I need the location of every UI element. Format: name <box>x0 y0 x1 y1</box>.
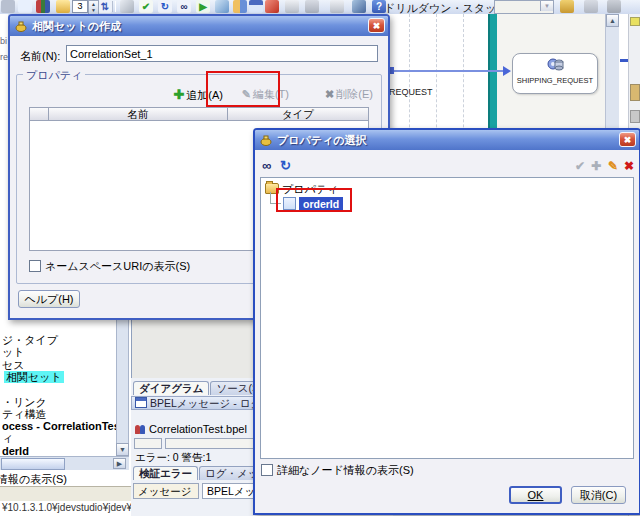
correlation-set-icon <box>15 20 28 32</box>
new-file-icon[interactable] <box>18 0 32 13</box>
globe-icon[interactable] <box>215 0 229 13</box>
palette-item[interactable] <box>630 84 640 101</box>
column-header-type[interactable]: タイプ <box>227 107 369 121</box>
debug-icon[interactable] <box>584 0 598 13</box>
check-icon[interactable]: ✔ <box>139 0 153 13</box>
main-toolbar: ⇅✔↻∞▶? 3 ▲▼ ドリルダウン・スタック: ▼ <box>0 0 640 14</box>
open-folder-icon[interactable] <box>56 0 70 13</box>
window-icon[interactable] <box>249 0 263 13</box>
delete-property-button: ✖削除(E) <box>325 87 373 102</box>
log-window-icon <box>135 397 147 408</box>
ok-button[interactable]: OK <box>509 486 562 504</box>
clipped-checkbox-label[interactable]: 情報の表示(S) <box>0 472 67 487</box>
hidden-node-label: REQUEST <box>389 87 433 97</box>
deploy-icon[interactable] <box>560 0 574 13</box>
status-path: ¥10.1.3.1.0¥jdevstudio¥jdev¥mywork¥Appli… <box>2 502 132 513</box>
spinner-value[interactable]: 3 <box>72 0 88 13</box>
checkbox-icon[interactable] <box>261 464 273 476</box>
make-run-icon[interactable]: ▶ <box>196 0 210 13</box>
structure-tree-item[interactable]: ット <box>2 346 25 358</box>
structure-tree-item[interactable]: セス <box>2 359 25 371</box>
log-file-name: CorrelationTest.bpel <box>149 423 247 435</box>
structure-tree-item[interactable]: ジ・タイプ <box>2 334 58 346</box>
save-all-icon[interactable] <box>305 0 319 13</box>
refresh-icon[interactable]: ↻ <box>158 0 172 13</box>
print-preview-icon[interactable] <box>330 0 344 13</box>
close-icon[interactable]: ✖ <box>368 18 385 33</box>
palette-item[interactable] <box>630 110 640 123</box>
flow-arrowhead-icon <box>503 66 511 76</box>
dialog-titlebar[interactable]: 相関セットの作成 ✖ <box>10 16 388 36</box>
process-icon <box>140 425 145 434</box>
wand-icon: ✔ <box>575 159 585 173</box>
chevron-down-icon[interactable]: ▼ <box>540 1 553 11</box>
history-spinner[interactable]: 3 ▲▼ <box>72 0 96 13</box>
x-icon: ✖ <box>325 88 334 100</box>
shipping-request-node[interactable]: SHIPPING_REQUEST <box>512 53 598 94</box>
cancel-button[interactable]: 取消(C) <box>571 486 626 504</box>
background-panel-sliver: bi re <box>0 14 8 316</box>
checkbox-icon[interactable] <box>29 260 41 272</box>
scroll-up-icon[interactable]: ▲ <box>606 14 619 27</box>
tab-validation-errors[interactable]: 検証エラー <box>133 466 198 480</box>
structure-tree-item[interactable]: ・リンク <box>2 396 47 408</box>
clipped-text: re <box>0 52 8 62</box>
hscroll-thumb[interactable] <box>1 458 65 470</box>
log-progress-cell <box>165 438 259 449</box>
structure-panel[interactable]: ジ・タイプットセス相関セット・リンクティ構造ocess - Correlatio… <box>0 316 132 516</box>
structure-tree-item[interactable]: ィ <box>2 432 13 444</box>
structure-tree-item[interactable]: ティ構造 <box>2 408 47 420</box>
structure-tree-item[interactable]: ocess - CorrelationTest <box>2 420 123 432</box>
web-globe-icon[interactable] <box>352 0 366 13</box>
partial-icon[interactable] <box>1 0 15 13</box>
refresh-icon[interactable]: ↻ <box>280 158 291 173</box>
log-file-row[interactable]: CorrelationTest.bpel <box>135 423 247 435</box>
flow-connector <box>391 70 505 72</box>
node-label: SHIPPING_REQUEST <box>513 76 597 85</box>
structure-tree-item[interactable]: 相関セット <box>4 371 64 383</box>
edit-icon[interactable]: ✎ <box>608 159 618 173</box>
error-summary: エラー: 0 警告:1 <box>135 451 211 465</box>
log-progress-cell <box>134 438 162 449</box>
properties-group-title: プロパティ <box>23 68 85 83</box>
dialog-title: プロパティの選択 <box>277 133 367 148</box>
structure-tree-item[interactable]: derId <box>2 445 29 457</box>
overview-marker <box>620 59 628 62</box>
search-icon[interactable]: ∞ <box>262 158 271 173</box>
name-label: 名前(N): <box>20 49 60 64</box>
printer-icon[interactable] <box>285 0 299 13</box>
column-header-name[interactable]: 名前 <box>48 107 228 121</box>
tab-diagram[interactable]: ダイアグラム <box>133 381 209 395</box>
property-tree[interactable]: プロパティ orderId <box>260 177 634 459</box>
delete-icon[interactable]: ✖ <box>624 159 634 173</box>
annotation-highlight-add <box>206 71 280 107</box>
detail-checkbox-row[interactable]: 詳細なノード情報の表示(S) <box>261 463 414 478</box>
binoculars-icon[interactable]: ∞ <box>177 0 191 13</box>
spinner-arrows-icon[interactable]: ▲▼ <box>88 0 99 14</box>
structure-vscrollbar[interactable]: ▼ <box>116 316 129 456</box>
annotation-highlight-orderid <box>276 188 352 212</box>
scroll-right-icon[interactable]: ▶ <box>113 458 126 469</box>
name-input[interactable] <box>66 45 378 62</box>
namespace-checkbox-row[interactable]: ネームスペースURIの表示(S) <box>29 259 190 274</box>
namespace-checkbox-label: ネームスペースURIの表示(S) <box>45 260 190 272</box>
add-icon: ✚ <box>591 159 601 173</box>
columns-icon[interactable] <box>233 0 247 13</box>
books-icon[interactable] <box>36 0 50 13</box>
palette-item[interactable] <box>630 17 640 26</box>
property-chooser-dialog: プロパティの選択 ✖ ∞ ↻ ✔ ✚ ✎ ✖ プロパティ orderId 詳細な… <box>253 128 640 515</box>
structure-hscrollbar[interactable]: ▶ <box>0 456 129 470</box>
drilldown-stack-label: ドリルダウン・スタック: <box>384 1 511 14</box>
close-icon[interactable]: ✖ <box>619 132 636 147</box>
wrench-icon[interactable] <box>120 0 134 13</box>
table-corner-header <box>29 107 49 121</box>
scroll-down-icon[interactable]: ▼ <box>116 443 129 456</box>
dialog-titlebar[interactable]: プロパティの選択 ✖ <box>255 130 639 150</box>
message-label-cell: メッセージ <box>133 483 199 499</box>
dialog-title: 相関セットの作成 <box>32 19 121 34</box>
drilldown-stack-dropdown[interactable]: ▼ <box>494 0 554 14</box>
breakpoint-icon[interactable] <box>265 0 279 13</box>
trash-icon[interactable] <box>607 0 621 13</box>
sort-icon[interactable]: ⇅ <box>98 0 112 13</box>
help-button[interactable]: ヘルプ(H) <box>18 290 80 308</box>
